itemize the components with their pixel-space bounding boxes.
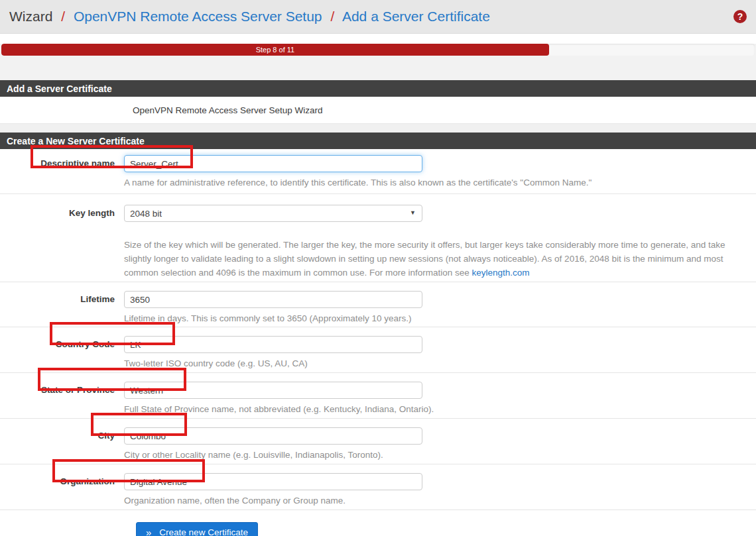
openvpn-wizard-page: Wizard / OpenVPN Remote Access Server Se… — [0, 0, 756, 536]
country-code-label: Country Code — [0, 336, 123, 372]
wizard-subtitle: OpenVPN Remote Access Server Setup Wizar… — [133, 105, 323, 115]
state-or-province-help: Full State of Province name, not abbrevi… — [124, 403, 741, 415]
breadcrumb-item-wizard: Wizard — [9, 9, 52, 24]
section-header-create-certificate: Create a New Server Certificate — [0, 133, 756, 149]
help-icon[interactable]: ? — [733, 10, 747, 23]
create-new-certificate-button[interactable]: » Create new Certificate — [136, 522, 258, 536]
form-row-lifetime: Lifetime Lifetime in days. This is commo… — [0, 282, 756, 327]
button-row: » Create new Certificate — [0, 510, 756, 536]
section-title: Create a New Server Certificate — [7, 136, 145, 146]
country-code-help: Two-letter ISO country code (e.g. US, AU… — [124, 358, 741, 370]
create-new-certificate-label: Create new Certificate — [159, 527, 248, 536]
progress-band: Step 8 of 11 — [0, 44, 756, 80]
breadcrumb: Wizard / OpenVPN Remote Access Server Se… — [9, 9, 490, 25]
section-gap — [0, 124, 756, 133]
breadcrumb-separator: / — [61, 9, 65, 24]
organization-help: Organization name, often the Company or … — [124, 495, 741, 507]
breadcrumb-bar: Wizard / OpenVPN Remote Access Server Se… — [0, 0, 756, 34]
lifetime-input[interactable] — [124, 291, 422, 308]
question-mark-glyph: ? — [737, 11, 743, 22]
organization-label: Organization — [0, 473, 123, 509]
descriptive-name-help: A name for administrative reference, to … — [124, 177, 741, 189]
breadcrumb-separator: / — [330, 9, 334, 24]
country-code-input[interactable] — [124, 336, 422, 353]
form-row-key-length: Key length 2048 bit ▼ Size of the key wh… — [0, 194, 756, 282]
wizard-subtitle-row: OpenVPN Remote Access Server Setup Wizar… — [0, 97, 756, 124]
progress-step-label: Step 8 of 11 — [256, 44, 295, 56]
form-row-organization: Organization Organization name, often th… — [0, 464, 756, 510]
form-row-state-or-province: State or Province Full State of Province… — [0, 373, 756, 419]
key-length-label: Key length — [0, 205, 123, 282]
city-help: City or other Locality name (e.g. Louisv… — [124, 449, 741, 461]
section-header-add-server-certificate: Add a Server Certificate — [0, 80, 756, 97]
lifetime-label: Lifetime — [0, 291, 123, 327]
section-title: Add a Server Certificate — [7, 83, 112, 94]
state-or-province-label: State or Province — [0, 382, 123, 418]
key-length-help-text: Size of the key which will be generated.… — [124, 240, 725, 278]
breadcrumb-link-add-server-certificate[interactable]: Add a Server Certificate — [342, 9, 490, 24]
key-length-help: Size of the key which will be generated.… — [124, 238, 741, 280]
keylength-link[interactable]: keylength.com — [472, 268, 530, 278]
breadcrumb-link-openvpn-setup[interactable]: OpenVPN Remote Access Server Setup — [74, 9, 322, 24]
form-row-city: City City or other Locality name (e.g. L… — [0, 419, 756, 464]
key-length-select[interactable]: 2048 bit — [124, 205, 422, 222]
city-input[interactable] — [124, 427, 422, 445]
wizard-progress-fill: Step 8 of 11 — [1, 44, 549, 56]
organization-input[interactable] — [124, 473, 422, 490]
double-chevron-right-icon: » — [146, 527, 151, 536]
state-or-province-input[interactable] — [124, 382, 422, 399]
city-label: City — [0, 427, 123, 464]
descriptive-name-label: Descriptive name — [0, 155, 123, 193]
form-row-country-code: Country Code Two-letter ISO country code… — [0, 327, 756, 373]
section-create-certificate: Create a New Server Certificate Descript… — [0, 133, 756, 536]
form-row-descriptive-name: Descriptive name A name for administrati… — [0, 149, 756, 194]
section-add-server-certificate: Add a Server Certificate OpenVPN Remote … — [0, 80, 756, 124]
descriptive-name-input[interactable] — [124, 155, 422, 172]
lifetime-help: Lifetime in days. This is commonly set t… — [124, 313, 741, 325]
wizard-progress-bar: Step 8 of 11 — [1, 44, 755, 56]
